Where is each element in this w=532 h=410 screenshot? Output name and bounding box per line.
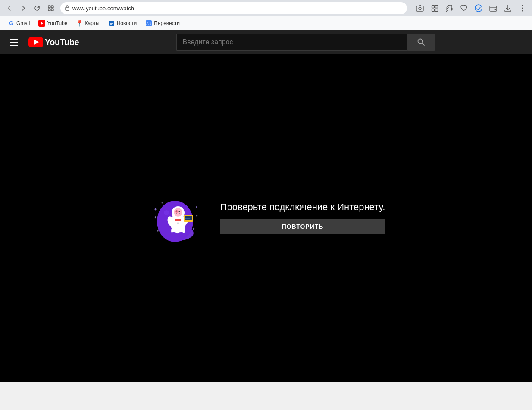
svg-point-51 bbox=[177, 232, 185, 236]
news-favicon bbox=[108, 20, 115, 27]
youtube-page: YouTube bbox=[0, 30, 532, 382]
favorites-button[interactable] bbox=[458, 2, 470, 14]
bookmark-maps-label: Карты bbox=[85, 20, 100, 26]
yt-favicon-small bbox=[38, 20, 45, 27]
back-button[interactable] bbox=[3, 2, 16, 14]
error-text-block: Проверьте подключение к Интернету. ПОВТО… bbox=[220, 202, 385, 234]
svg-rect-4 bbox=[66, 7, 69, 10]
svg-point-23 bbox=[418, 39, 422, 44]
tabs-button[interactable] bbox=[45, 2, 57, 14]
error-message: Проверьте подключение к Интернету. bbox=[220, 202, 385, 213]
search-input[interactable] bbox=[176, 34, 407, 51]
svg-rect-1 bbox=[51, 6, 53, 8]
toolbar-right bbox=[414, 2, 529, 14]
bookmark-maps[interactable]: 📍 Карты bbox=[73, 18, 103, 28]
svg-point-41 bbox=[177, 222, 179, 224]
gmail-favicon: G bbox=[8, 20, 15, 27]
svg-rect-40 bbox=[175, 219, 181, 221]
svg-text:✦: ✦ bbox=[195, 214, 198, 218]
extensions-button[interactable] bbox=[429, 2, 441, 14]
youtube-logo-icon bbox=[28, 37, 43, 47]
reload-button[interactable] bbox=[31, 2, 43, 14]
search-container bbox=[176, 34, 435, 51]
svg-rect-10 bbox=[435, 9, 438, 11]
svg-text:文: 文 bbox=[149, 22, 152, 26]
svg-text:✦: ✦ bbox=[153, 215, 157, 220]
youtube-content: ✦ ✦ Проверьте подключение к Интернету. П… bbox=[0, 54, 532, 382]
search-button[interactable] bbox=[407, 34, 435, 51]
hamburger-icon bbox=[10, 39, 18, 46]
yt-menu-button[interactable] bbox=[7, 35, 22, 49]
browser-titlebar: www.youtube.com/watch bbox=[0, 0, 532, 16]
download-button[interactable] bbox=[502, 2, 514, 14]
svg-point-17 bbox=[522, 8, 523, 9]
address-bar[interactable]: www.youtube.com/watch bbox=[60, 2, 407, 14]
svg-point-36 bbox=[174, 208, 182, 217]
maps-favicon: 📍 bbox=[76, 20, 83, 27]
youtube-logo-text: YouTube bbox=[45, 37, 79, 47]
svg-rect-9 bbox=[432, 9, 434, 11]
forward-button[interactable] bbox=[17, 2, 29, 14]
svg-rect-8 bbox=[435, 5, 438, 8]
bookmark-news-label: Новости bbox=[117, 20, 137, 26]
youtube-logo[interactable]: YouTube bbox=[28, 37, 79, 47]
svg-rect-5 bbox=[416, 6, 423, 11]
bookmark-gmail-label: Gmail bbox=[16, 20, 30, 26]
svg-point-30 bbox=[196, 206, 197, 208]
svg-point-33 bbox=[161, 202, 163, 204]
cast-button[interactable] bbox=[443, 2, 455, 14]
bookmark-translate-label: Перевести bbox=[154, 20, 180, 26]
profile-button[interactable] bbox=[473, 2, 485, 14]
error-container: ✦ ✦ Проверьте подключение к Интернету. П… bbox=[147, 188, 385, 248]
bookmarks-bar: G Gmail YouTube 📍 Карты Новости bbox=[0, 16, 532, 30]
bookmark-youtube-label: YouTube bbox=[47, 20, 67, 26]
wallet-button[interactable] bbox=[487, 2, 499, 14]
bookmark-news[interactable]: Новости bbox=[105, 18, 140, 28]
lock-icon bbox=[65, 5, 70, 12]
bookmark-youtube[interactable]: YouTube bbox=[35, 18, 71, 28]
svg-point-50 bbox=[170, 232, 178, 236]
bookmark-gmail[interactable]: G Gmail bbox=[4, 18, 33, 28]
screenshot-button[interactable] bbox=[414, 2, 426, 14]
svg-point-13 bbox=[475, 5, 482, 12]
url-text: www.youtube.com/watch bbox=[72, 5, 403, 12]
svg-point-18 bbox=[522, 10, 523, 12]
browser-bottom bbox=[0, 382, 532, 410]
svg-rect-3 bbox=[51, 9, 53, 11]
translate-favicon: A 文 bbox=[145, 20, 152, 27]
svg-point-15 bbox=[495, 9, 496, 10]
svg-point-29 bbox=[154, 208, 156, 211]
svg-point-32 bbox=[192, 228, 194, 230]
retry-button[interactable]: ПОВТОРИТЬ bbox=[220, 219, 385, 234]
svg-point-16 bbox=[522, 5, 523, 6]
svg-rect-7 bbox=[432, 5, 434, 8]
browser-chrome: www.youtube.com/watch bbox=[0, 0, 532, 30]
youtube-header: YouTube bbox=[0, 30, 532, 54]
svg-rect-14 bbox=[490, 6, 497, 11]
svg-rect-45 bbox=[185, 216, 192, 220]
svg-point-26 bbox=[164, 210, 169, 215]
bookmark-translate[interactable]: A 文 Перевести bbox=[142, 18, 183, 28]
svg-marker-12 bbox=[451, 7, 453, 11]
astronaut-illustration: ✦ ✦ bbox=[147, 188, 207, 248]
youtube-bookmark-favicon bbox=[38, 20, 45, 27]
svg-point-39 bbox=[178, 211, 180, 212]
menu-button[interactable] bbox=[516, 2, 529, 14]
svg-point-11 bbox=[446, 11, 447, 12]
svg-point-38 bbox=[175, 211, 177, 212]
svg-rect-0 bbox=[48, 6, 50, 8]
nav-buttons bbox=[3, 2, 57, 14]
svg-point-6 bbox=[419, 7, 421, 10]
svg-point-31 bbox=[157, 230, 159, 232]
svg-rect-2 bbox=[48, 9, 50, 11]
